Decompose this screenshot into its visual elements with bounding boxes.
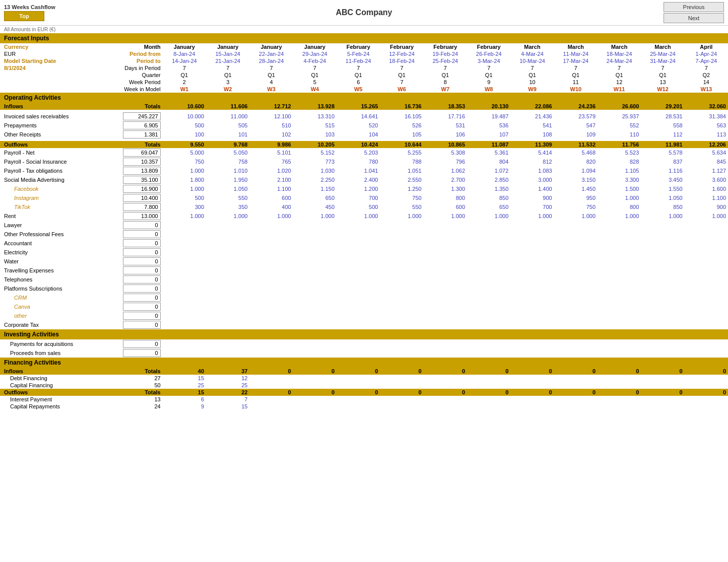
q-9: Q1: [510, 72, 554, 79]
wp-4: 5: [293, 79, 337, 86]
inflows-v10: 24.236: [554, 103, 598, 110]
wm-10: W10: [554, 86, 598, 93]
q-7: Q1: [424, 72, 467, 79]
capital-financing-label: Capital Financing: [0, 382, 107, 389]
days-12: 7: [641, 64, 684, 72]
row-rent: Rent 13.000 1.000 1.000 1.000 1.000 1.00…: [0, 212, 728, 221]
outflows-label: Outflows: [0, 141, 107, 148]
days-5: 7: [337, 64, 380, 72]
row-accountant: Accountant 0: [0, 239, 728, 248]
inflows-v8: 20.130: [467, 103, 510, 110]
inflows-totals-row: Inflows Totals 10.600 11.606 12.712 13.9…: [0, 103, 728, 110]
payroll-tax-label: Payroll - Tax obligations: [0, 166, 107, 175]
pf-9: 4-Mar-24: [510, 50, 554, 57]
row-corporate-tax: Corporate Tax 0: [0, 320, 728, 329]
wp-10: 11: [554, 79, 598, 86]
inflows-v5: 15.265: [337, 103, 380, 110]
inflows-v3: 12.712: [249, 103, 293, 110]
pt-4: 4-Feb-24: [293, 57, 337, 64]
pt-9: 10-Mar-24: [510, 57, 554, 64]
col-month-2: January: [206, 43, 249, 50]
fin-outflows-total: 15: [163, 389, 206, 396]
row-crm: CRM 0: [0, 293, 728, 302]
fin-inflows-totals-row: Inflows Totals 40 37 0 0 0 0 0 0 0 0 0 0…: [0, 368, 728, 375]
row-other-receipts: Other Receipts 1.381 100 101 102 103 104…: [0, 130, 728, 139]
wm-9: W9: [510, 86, 554, 93]
pf-1: 8-Jan-24: [163, 50, 206, 57]
crm-label: CRM: [0, 293, 107, 302]
app-title: 13 Weeks Cashflow: [4, 4, 70, 10]
pt-10: 17-Mar-24: [554, 57, 598, 64]
interest-payment-label: Interest Payment: [0, 396, 107, 403]
header-row-currency: EUR Period from 8-Jan-24 15-Jan-24 22-Ja…: [0, 50, 728, 57]
outflows-total: 9.550: [163, 141, 206, 148]
inflows-v4: 13.928: [293, 103, 337, 110]
row-other-prof: Other Professional Fees 0: [0, 230, 728, 239]
wm-7: W7: [424, 86, 467, 93]
company-name: ABC Company: [70, 8, 658, 17]
wp-8: 9: [467, 79, 510, 86]
other-receipts-input[interactable]: 1.381: [107, 130, 163, 139]
fin-outflows-label: Outflows: [0, 389, 107, 396]
invoiced-label: Invoiced sales receivables: [0, 112, 107, 121]
prepayments-input[interactable]: 6.905: [107, 121, 163, 130]
wm-12: W12: [641, 86, 684, 93]
header-row-1: Currency Month January January January J…: [0, 43, 728, 50]
previous-button[interactable]: Previous: [664, 2, 724, 12]
fin-outflows-totals-row: Outflows Totals 15 22 0 0 0 0 0 0 0 0 0 …: [0, 389, 728, 396]
q-10: Q1: [554, 72, 598, 79]
row-debt-financing: Debt Financing 27 15 12: [0, 375, 728, 382]
instagram-label: Instagram: [0, 193, 107, 202]
q-3: Q1: [249, 72, 293, 79]
main-table: Currency Month January January January J…: [0, 43, 728, 410]
lawyer-label: Lawyer: [0, 221, 107, 230]
next-button[interactable]: Next: [664, 13, 724, 23]
days-3: 7: [249, 64, 293, 72]
payroll-net-label: Payroll - Net: [0, 148, 107, 157]
outflows-totals-label: Totals: [107, 141, 163, 148]
pt-5: 11-Feb-24: [337, 57, 380, 64]
q-5: Q1: [337, 72, 380, 79]
q-12: Q1: [641, 72, 684, 79]
pt-11: 24-Mar-24: [598, 57, 641, 64]
model-start-val: 8/1/2024: [0, 64, 107, 72]
fin-outflows-totals-label: Totals: [107, 389, 163, 396]
days-6: 7: [380, 64, 423, 72]
wp-9: 10: [510, 79, 554, 86]
row-payroll-si: Payroll - Social Insurance 10.357 750 75…: [0, 157, 728, 166]
pt-8: 3-Mar-24: [467, 57, 510, 64]
wp-1: 2: [163, 79, 206, 86]
invoiced-input[interactable]: 245.227: [107, 112, 163, 121]
pf-7: 19-Feb-24: [424, 50, 467, 57]
inflows-total: 10.600: [163, 103, 206, 110]
wm-11: W11: [598, 86, 641, 93]
pf-3: 22-Jan-24: [249, 50, 293, 57]
wp-6: 7: [380, 79, 423, 86]
month-label: Month: [107, 43, 163, 50]
col-month-8: February: [467, 43, 510, 50]
pf-4: 29-Jan-24: [293, 50, 337, 57]
payments-acq-label: Payments for acquisitions: [0, 339, 107, 348]
pf-10: 11-Mar-24: [554, 50, 598, 57]
inflows-label: Inflows: [0, 103, 107, 110]
pt-6: 18-Feb-24: [380, 57, 423, 64]
row-invoiced: Invoiced sales receivables 245.227 10.00…: [0, 112, 728, 121]
header-left: 13 Weeks Cashflow Top: [4, 4, 70, 21]
row-social-media: Social Media Advertising 35.100 1.800 1.…: [0, 175, 728, 184]
inflows-totals-label: Totals: [107, 103, 163, 110]
proceeds-label: Proceeds from sales: [0, 348, 107, 358]
col-month-13: April: [685, 43, 728, 50]
other-prof-label: Other Professional Fees: [0, 230, 107, 239]
row-payroll-net: Payroll - Net 69.047 5.000 5.050 5.101 5…: [0, 148, 728, 157]
fin-inflows-totals-label: Totals: [107, 368, 163, 375]
currency-val: EUR: [0, 50, 107, 57]
period-from-label: Period from: [107, 50, 163, 57]
pt-13: 7-Apr-24: [685, 57, 728, 64]
row-interest-payment: Interest Payment 13 6 7: [0, 396, 728, 403]
pf-11: 18-Mar-24: [598, 50, 641, 57]
inflows-v7: 18.353: [424, 103, 467, 110]
top-button[interactable]: Top: [4, 11, 44, 21]
days-9: 7: [510, 64, 554, 72]
header-row-quarter: Quarter Q1 Q1 Q1 Q1 Q1 Q1 Q1 Q1 Q1 Q1 Q1…: [0, 72, 728, 79]
water-label: Water: [0, 257, 107, 266]
